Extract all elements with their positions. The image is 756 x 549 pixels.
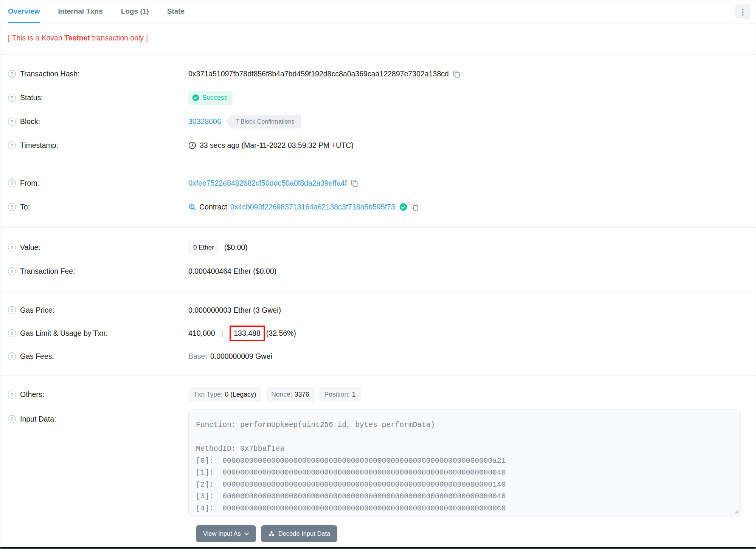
tab-logs[interactable]: Logs (1) bbox=[121, 0, 149, 23]
from-label: From: bbox=[20, 179, 39, 188]
input-data-actions: View Input As Decode Input Data bbox=[0, 525, 756, 542]
row-from: ? From: 0xfee7522e8482682cf50ddc50a0f8da… bbox=[0, 171, 756, 195]
to-address-link[interactable]: 0x4cb093f226983713164a62138c3f718a5b595f… bbox=[230, 203, 395, 211]
gas-fees-base-label: Base: bbox=[188, 352, 207, 361]
row-status: ? Status: Success bbox=[0, 86, 756, 110]
copy-icon[interactable] bbox=[453, 70, 460, 78]
section-parties: ? From: 0xfee7522e8482682cf50ddc50a0f8da… bbox=[0, 165, 756, 228]
tab-state[interactable]: State bbox=[167, 0, 185, 23]
help-icon[interactable]: ? bbox=[8, 141, 16, 149]
gas-fees-base-value: 0.000000009 Gwei bbox=[210, 352, 272, 361]
nonce-badge: Nonce: 3376 bbox=[266, 387, 314, 402]
copy-icon[interactable] bbox=[351, 180, 358, 187]
timestamp-label: Timestamp: bbox=[20, 141, 58, 150]
footer-edge bbox=[0, 547, 756, 549]
section-gas: ? Gas Price: 0.000000003 Ether (3 Gwei) … bbox=[0, 292, 756, 376]
help-icon[interactable]: ? bbox=[8, 391, 16, 399]
help-icon[interactable]: ? bbox=[8, 179, 16, 187]
block-confirmations-badge: 7 Block Confirmations bbox=[226, 115, 301, 129]
tab-overview[interactable]: Overview bbox=[8, 0, 40, 23]
gas-fees-label: Gas Fees: bbox=[20, 352, 54, 361]
gas-used-annotation-box: 133,488 bbox=[230, 326, 265, 341]
input-data-label: Input Data: bbox=[20, 415, 56, 423]
row-transaction-hash: ? Transaction Hash: 0x371a51097fb78df856… bbox=[0, 62, 756, 86]
section-value: ? Value: 0 Ether ($0.00) ? Transaction F… bbox=[0, 228, 756, 292]
tabs: Overview Internal Txns Logs (1) State bbox=[8, 0, 203, 23]
section-others-input: ? Others: Txn Type: 0 (Legacy) Nonce: 33… bbox=[0, 376, 756, 549]
txn-type-key: Txn Type: bbox=[194, 391, 223, 399]
tab-internal-txns[interactable]: Internal Txns bbox=[58, 0, 103, 23]
view-input-as-button[interactable]: View Input As bbox=[196, 525, 256, 542]
warning-text-suffix: transaction only ] bbox=[90, 34, 148, 42]
row-value: ? Value: 0 Ether ($0.00) bbox=[0, 236, 756, 259]
block-label: Block: bbox=[20, 117, 40, 126]
nonce-key: Nonce: bbox=[271, 391, 292, 399]
help-icon[interactable]: ? bbox=[8, 267, 16, 275]
txn-type-value: 0 (Legacy) bbox=[225, 391, 256, 399]
transaction-fee-label: Transaction Fee: bbox=[20, 267, 75, 276]
gas-used-value: 133,488 bbox=[234, 329, 261, 337]
ether-value-badge: 0 Ether bbox=[188, 240, 219, 255]
from-address-link[interactable]: 0xfee7522e8482682cf50ddc50a0f8da2a39effa… bbox=[188, 179, 347, 188]
help-icon[interactable]: ? bbox=[8, 94, 16, 102]
transaction-hash-label: Transaction Hash: bbox=[20, 70, 80, 78]
nonce-value: 3376 bbox=[295, 391, 309, 399]
input-data-content: Function: performUpkeep(uint256 id, byte… bbox=[189, 410, 740, 516]
position-key: Position: bbox=[324, 391, 350, 399]
transaction-hash-value: 0x371a51097fb78df856f8b4a7bd459f192d8cc8… bbox=[188, 70, 449, 78]
row-transaction-fee: ? Transaction Fee: 0.000400464 Ether ($0… bbox=[0, 259, 756, 283]
row-gas-limit-usage: ? Gas Limit & Usage by Txn: 410,000 | 13… bbox=[0, 322, 756, 345]
status-label: Status: bbox=[20, 93, 43, 102]
help-icon[interactable]: ? bbox=[8, 415, 16, 423]
resize-grip-icon[interactable] bbox=[733, 509, 739, 514]
help-icon[interactable]: ? bbox=[8, 329, 16, 337]
help-icon[interactable]: ? bbox=[8, 118, 16, 126]
tab-bar: Overview Internal Txns Logs (1) State ⋮ bbox=[0, 0, 756, 23]
help-icon[interactable]: ? bbox=[8, 352, 16, 360]
transaction-fee-value: 0.000400464 Ether ($0.00) bbox=[188, 267, 276, 276]
block-number-link[interactable]: 30328606 bbox=[188, 117, 221, 126]
decode-input-data-label: Decode Input Data bbox=[278, 530, 331, 537]
section-summary: ? Transaction Hash: 0x371a51097fb78df856… bbox=[0, 55, 756, 165]
warning-text: [ This is a Kovan bbox=[8, 34, 64, 42]
help-icon[interactable]: ? bbox=[8, 243, 16, 251]
status-value: Success bbox=[202, 94, 227, 102]
row-others: ? Others: Txn Type: 0 (Legacy) Nonce: 33… bbox=[0, 383, 756, 406]
position-badge: Position: 1 bbox=[319, 387, 361, 402]
timestamp-value: 33 secs ago (Mar-11-2022 03:59:32 PM +UT… bbox=[200, 141, 354, 150]
decode-icon bbox=[268, 530, 275, 537]
zoom-in-icon[interactable] bbox=[188, 203, 196, 211]
to-label: To: bbox=[20, 203, 30, 211]
transaction-overview-page: Overview Internal Txns Logs (1) State ⋮ … bbox=[0, 0, 756, 549]
decode-input-data-button[interactable]: Decode Input Data bbox=[261, 525, 338, 542]
position-value: 1 bbox=[352, 391, 356, 399]
testnet-warning: [ This is a Kovan Testnet transaction on… bbox=[0, 23, 756, 55]
gas-price-value: 0.000000003 Ether (3 Gwei) bbox=[188, 306, 281, 315]
gas-limit-usage-label: Gas Limit & Usage by Txn: bbox=[20, 329, 108, 338]
help-icon[interactable]: ? bbox=[8, 70, 16, 78]
help-icon[interactable]: ? bbox=[8, 306, 16, 314]
value-label: Value: bbox=[20, 243, 40, 252]
gas-used-percent: (32.56%) bbox=[266, 329, 296, 338]
others-label: Others: bbox=[20, 390, 44, 399]
value-separator: | bbox=[222, 329, 224, 337]
more-options-button[interactable]: ⋮ bbox=[735, 4, 750, 19]
kebab-icon: ⋮ bbox=[739, 8, 747, 16]
input-data-box[interactable]: Function: performUpkeep(uint256 id, byte… bbox=[188, 409, 741, 516]
gas-limit-value: 410,000 bbox=[188, 329, 215, 338]
status-badge: Success bbox=[188, 91, 233, 105]
verified-check-icon bbox=[399, 203, 407, 211]
to-contract-word: Contract bbox=[199, 203, 227, 211]
clock-icon bbox=[188, 141, 196, 149]
copy-icon[interactable] bbox=[411, 203, 419, 211]
check-circle-icon bbox=[192, 94, 199, 101]
row-to: ? To: Contract 0x4cb093f226983713164a621… bbox=[0, 195, 756, 219]
gas-price-label: Gas Price: bbox=[20, 306, 54, 315]
row-input-data: ? Input Data: Function: performUpkeep(ui… bbox=[0, 409, 756, 516]
row-timestamp: ? Timestamp: 33 secs ago (Mar-11-2022 03… bbox=[0, 133, 756, 157]
help-icon[interactable]: ? bbox=[8, 203, 16, 211]
view-input-as-label: View Input As bbox=[203, 530, 241, 537]
row-gas-price: ? Gas Price: 0.000000003 Ether (3 Gwei) bbox=[0, 299, 756, 322]
warning-bold: Testnet bbox=[64, 34, 90, 42]
row-block: ? Block: 30328606 7 Block Confirmations bbox=[0, 110, 756, 133]
